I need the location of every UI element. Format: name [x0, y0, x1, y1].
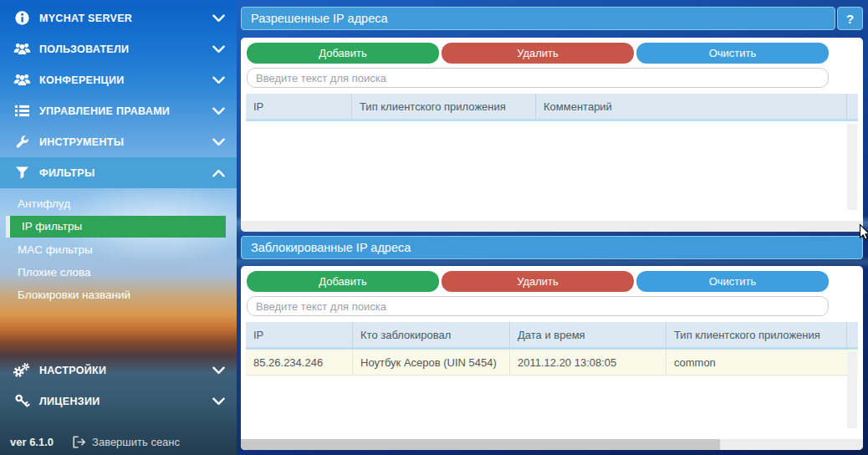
chevron-down-icon — [212, 14, 225, 23]
delete-button[interactable]: Удалить — [442, 43, 634, 64]
sidebar-item-label: НАСТРОЙКИ — [39, 365, 212, 376]
allowed-panel-body: Добавить Удалить Очистить IP Тип клиентс… — [241, 38, 863, 232]
delete-button[interactable]: Удалить — [442, 271, 634, 292]
sidebar-item-label: КОНФЕРЕНЦИИ — [39, 74, 212, 86]
logout-icon — [72, 436, 86, 448]
sidebar: MYCHAT SERVER ПОЛЬЗОВАТЕЛИ КОНФЕРЕНЦИИ — [0, 0, 237, 455]
chevron-down-icon — [212, 45, 225, 54]
sidebar-item-label: ФИЛЬТРЫ — [39, 167, 212, 179]
version-label: ver 6.1.0 — [10, 436, 54, 448]
sidebar-item-licenses[interactable]: ЛИЦЕНЗИИ — [0, 386, 237, 417]
submenu-item-ip-filters[interactable]: IP фильтры — [6, 216, 226, 238]
conference-icon — [13, 72, 31, 89]
search-input[interactable] — [247, 296, 829, 316]
sidebar-item-label: УПРАВЛЕНИЕ ПРАВАМИ — [39, 105, 212, 117]
table-body: 85.26.234.246 Ноутбук Асеров (UIN 5454) … — [246, 350, 858, 439]
logout-button[interactable]: Завершить сеанс — [72, 436, 180, 448]
sidebar-item-filters[interactable]: ФИЛЬТРЫ — [0, 157, 237, 188]
sidebar-item-settings[interactable]: НАСТРОЙКИ — [0, 355, 237, 386]
info-icon — [13, 10, 31, 27]
column-header-client-type[interactable]: Тип клиентского приложения — [352, 94, 536, 119]
allowed-ip-table: IP Тип клиентского приложения Комментари… — [246, 94, 858, 221]
sidebar-item-mychat-server[interactable]: MYCHAT SERVER — [0, 3, 237, 33]
sidebar-item-label: ИНСТРУМЕНТЫ — [39, 136, 212, 148]
sidebar-item-conferences[interactable]: КОНФЕРЕНЦИИ — [0, 64, 237, 95]
table-row[interactable]: 85.26.234.246 Ноутбук Асеров (UIN 5454) … — [246, 350, 858, 376]
cell-blocked-by: Ноутбук Асеров (UIN 5454) — [353, 350, 510, 375]
sidebar-item-label: ПОЛЬЗОВАТЕЛИ — [39, 43, 212, 55]
allowed-panel-toolbar: Добавить Удалить Очистить — [247, 43, 829, 64]
help-button[interactable]: ? — [837, 7, 863, 30]
sidebar-item-tools[interactable]: ИНСТРУМЕНТЫ — [0, 126, 237, 157]
filters-submenu: Антифлуд IP фильтры MAC фильтры Плохие с… — [0, 188, 237, 306]
main-content: Разрешенные IP адреса ? Добавить Удалить… — [237, 0, 868, 455]
chevron-down-icon — [212, 138, 225, 146]
submenu-item-antiflood[interactable]: Антифлуд — [0, 192, 237, 215]
submenu-item-mac-filters[interactable]: MAC фильтры — [0, 238, 237, 261]
cell-datetime: 2011.12.20 13:08:05 — [510, 350, 666, 375]
vertical-scrollbar[interactable] — [847, 352, 857, 428]
cell-ip: 85.26.234.246 — [246, 350, 353, 375]
column-header-client-type[interactable]: Тип клиентского приложения — [666, 322, 847, 347]
blocked-panel-header: Заблокированные IP адреса — [241, 236, 863, 259]
clear-button[interactable]: Очистить — [636, 43, 829, 64]
column-header-datetime[interactable]: Дата и время — [510, 322, 666, 347]
table-header: IP Кто заблокировал Дата и время Тип кли… — [246, 322, 858, 350]
blocked-ip-table: IP Кто заблокировал Дата и время Тип кли… — [246, 322, 858, 439]
filter-icon — [13, 165, 31, 181]
chevron-up-icon — [212, 169, 225, 177]
chevron-down-icon — [212, 107, 225, 115]
submenu-item-bad-words[interactable]: Плохие слова — [0, 261, 237, 284]
key-icon — [13, 393, 31, 410]
allowed-panel-header: Разрешенные IP адреса ? — [241, 7, 863, 30]
gear-icon — [13, 362, 31, 379]
sidebar-item-users[interactable]: ПОЛЬЗОВАТЕЛИ — [0, 33, 237, 64]
table-header: IP Тип клиентского приложения Комментари… — [246, 94, 858, 121]
column-header-comment[interactable]: Комментарий — [536, 94, 847, 119]
users-icon — [13, 41, 31, 58]
blocked-panel-toolbar: Добавить Удалить Очистить — [247, 271, 829, 292]
column-header-ip[interactable]: IP — [246, 94, 352, 119]
allowed-panel-title: Разрешенные IP адреса — [241, 7, 835, 30]
app-window: MYCHAT SERVER ПОЛЬЗОВАТЕЛИ КОНФЕРЕНЦИИ — [0, 0, 868, 455]
chevron-down-icon — [212, 76, 225, 84]
vertical-scrollbar[interactable] — [847, 124, 857, 210]
table-body-empty — [246, 121, 858, 221]
sidebar-footer: ver 6.1.0 Завершить сеанс — [0, 428, 237, 455]
sidebar-item-label: MYCHAT SERVER — [39, 13, 212, 24]
column-header-blocked-by[interactable]: Кто заблокировал — [353, 322, 510, 347]
sidebar-item-rights-management[interactable]: УПРАВЛЕНИЕ ПРАВАМИ — [0, 95, 237, 126]
add-button[interactable]: Добавить — [247, 43, 439, 64]
cell-client-type: common — [666, 350, 847, 375]
chevron-down-icon — [212, 397, 225, 406]
blocked-panel-title: Заблокированные IP адреса — [241, 236, 863, 259]
logout-label: Завершить сеанс — [92, 436, 180, 448]
clear-button[interactable]: Очистить — [636, 271, 829, 292]
list-icon — [13, 103, 31, 120]
search-input[interactable] — [247, 68, 829, 88]
submenu-item-name-blocks[interactable]: Блокировки названий — [0, 284, 237, 306]
chevron-down-icon — [212, 366, 225, 375]
horizontal-scrollbar[interactable] — [241, 221, 863, 232]
sidebar-item-label: ЛИЦЕНЗИИ — [39, 396, 212, 407]
blocked-panel-body: Добавить Удалить Очистить IP Кто заблоки… — [241, 266, 863, 450]
scrollbar-thumb[interactable] — [241, 439, 720, 450]
horizontal-scrollbar[interactable] — [241, 439, 863, 450]
column-header-ip[interactable]: IP — [246, 322, 353, 347]
add-button[interactable]: Добавить — [247, 271, 439, 292]
wrench-icon — [13, 134, 31, 151]
